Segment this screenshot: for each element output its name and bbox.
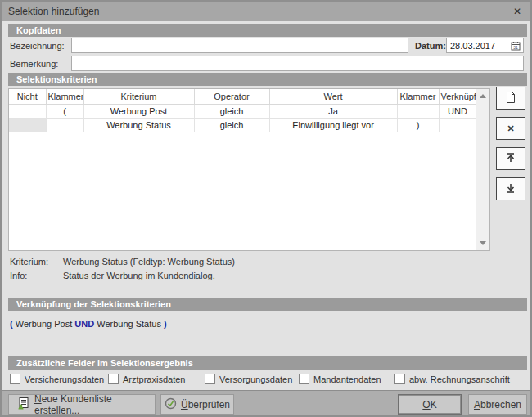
criteria-row[interactable]: ( Werbung Post gleich Ja UND: [9, 104, 476, 118]
scroll-up-icon[interactable]: [480, 94, 486, 98]
selektion-hinzufuegen-dialog: Selektion hinzufügen ✕ Kopfdaten Bezeich…: [0, 0, 532, 417]
datum-field[interactable]: 31: [446, 38, 524, 53]
col-verknuepfung[interactable]: Verknüpfung: [439, 89, 476, 104]
close-icon[interactable]: ✕: [511, 5, 524, 18]
col-nicht[interactable]: Nicht: [9, 89, 46, 104]
kriterium-info-value: Werbung Status (Feldtyp: Werbung Status): [63, 257, 235, 267]
col-klammer-open[interactable]: Klammer: [46, 89, 83, 104]
section-header-verknuepfung: Verknüpfung der Selektionskriterien: [8, 298, 527, 311]
checkbox-arztpraxisdaten[interactable]: Arztpraxisdaten: [108, 374, 185, 384]
ueberpruefen-button[interactable]: Überprüfen: [160, 394, 234, 415]
expression-operator: UND: [74, 319, 94, 329]
svg-text:31: 31: [513, 44, 518, 49]
customer-list-icon: [17, 397, 30, 412]
checkbox-versorgungsdaten[interactable]: Versorgungsdaten: [205, 374, 292, 384]
button-label: Überprüfen: [181, 399, 230, 410]
info-label: Info:: [10, 271, 27, 280]
cell-wert[interactable]: Ja: [269, 104, 397, 118]
col-klammer-close[interactable]: Klammer: [397, 89, 439, 104]
bezeichnung-input[interactable]: [71, 38, 408, 53]
neue-kundenliste-button[interactable]: Neue Kundenliste erstellen...: [8, 394, 156, 415]
footer-bar: Neue Kundenliste erstellen... Überprüfen…: [2, 390, 530, 415]
section-header-selektionskriterien: Selektionskriterien: [8, 73, 527, 86]
checkbox-versicherungsdaten[interactable]: Versicherungsdaten: [10, 374, 104, 384]
calendar-icon[interactable]: 31: [511, 41, 521, 51]
col-operator[interactable]: Operator: [194, 89, 269, 104]
section-header-kopfdaten: Kopfdaten: [8, 24, 527, 37]
criteria-row[interactable]: Werbung Status gleich Einwilligung liegt…: [9, 118, 476, 132]
arrow-up-icon: [505, 152, 516, 165]
cell-klammer-close[interactable]: ): [397, 118, 439, 132]
kriterium-info-row: Kriterium: Werbung Status (Feldtyp: Werb…: [10, 257, 48, 267]
section-title: Kopfdaten: [16, 25, 61, 35]
checkbox-box[interactable]: [205, 374, 215, 384]
criteria-table: Nicht Klammer Kriterium Operator Wert Kl…: [8, 88, 490, 251]
cell-nicht[interactable]: [9, 118, 46, 132]
arrow-down-icon: [505, 182, 516, 195]
section-title: Selektionskriterien: [16, 74, 97, 84]
col-wert[interactable]: Wert: [269, 89, 397, 104]
checkbox-label: Versorgungsdaten: [219, 374, 292, 384]
cell-operator[interactable]: gleich: [194, 118, 269, 132]
add-criterion-button[interactable]: [496, 87, 525, 110]
cell-verknuepfung[interactable]: UND: [439, 104, 476, 118]
checkbox-label: Versicherungsdaten: [25, 374, 104, 384]
info-row: Info: Status der Werbung im Kundendialog…: [10, 271, 27, 280]
cell-kriterium[interactable]: Werbung Status: [83, 118, 194, 132]
criteria-header-row: Nicht Klammer Kriterium Operator Wert Kl…: [9, 89, 476, 104]
datum-label: Datum:: [415, 41, 446, 51]
cell-klammer-open[interactable]: [46, 118, 83, 132]
checkbox-box[interactable]: [10, 374, 20, 384]
checkbox-box[interactable]: [394, 374, 405, 384]
button-label: Abbrechen: [474, 399, 521, 410]
bemerkung-input[interactable]: [71, 56, 524, 71]
checkbox-label: Arztpraxisdaten: [123, 374, 185, 384]
checkbox-box[interactable]: [299, 374, 309, 384]
paren-open: (: [10, 319, 13, 329]
scroll-down-icon[interactable]: [480, 241, 486, 245]
section-title: Zusätzliche Felder im Selektionsergebnis: [16, 358, 193, 368]
check-circle-icon: [165, 397, 177, 412]
move-up-button[interactable]: [496, 147, 525, 170]
kriterium-info-label: Kriterium:: [10, 257, 48, 267]
button-label: Neue Kundenliste erstellen...: [34, 393, 147, 416]
expression-part2: Werbung Status: [97, 319, 161, 329]
verknuepfung-expression: ( Werbung Post UND Werbung Status ): [10, 319, 167, 329]
bezeichnung-label: Bezeichnung:: [10, 41, 65, 51]
expression-part1: Werbung Post: [16, 319, 73, 329]
abbrechen-button[interactable]: Abbrechen: [468, 394, 527, 415]
checkbox-label: Mandantendaten: [313, 374, 381, 384]
datum-input[interactable]: [447, 38, 504, 52]
cell-klammer-close[interactable]: [397, 104, 439, 118]
checkbox-abw-rechnungsanschrift[interactable]: abw. Rechnungsanschrift: [394, 374, 510, 384]
ok-button[interactable]: OK: [398, 394, 462, 415]
table-scrollbar[interactable]: [476, 89, 489, 250]
cell-wert[interactable]: Einwilligung liegt vor: [269, 118, 397, 132]
button-label: OK: [422, 399, 436, 410]
checkbox-box[interactable]: [108, 374, 119, 384]
new-document-icon: [505, 91, 516, 105]
cell-verknuepfung[interactable]: [439, 118, 476, 132]
move-down-button[interactable]: [496, 177, 525, 200]
info-value: Status der Werbung im Kundendialog.: [63, 271, 215, 280]
cell-nicht[interactable]: [9, 104, 46, 118]
delete-criterion-button[interactable]: ✕: [496, 117, 525, 140]
checkbox-label: abw. Rechnungsanschrift: [409, 374, 510, 384]
title-bar: Selektion hinzufügen ✕: [2, 2, 530, 21]
delete-x-icon: ✕: [507, 123, 514, 134]
dialog-title: Selektion hinzufügen: [8, 6, 99, 17]
section-header-zusatzfelder: Zusätzliche Felder im Selektionsergebnis: [8, 356, 527, 370]
cell-operator[interactable]: gleich: [194, 104, 269, 118]
col-kriterium[interactable]: Kriterium: [83, 89, 194, 104]
section-title: Verknüpfung der Selektionskriterien: [16, 299, 171, 309]
cell-kriterium[interactable]: Werbung Post: [83, 104, 194, 118]
bemerkung-label: Bemerkung:: [10, 59, 58, 69]
checkbox-mandantendaten[interactable]: Mandantendaten: [299, 374, 381, 384]
paren-close: ): [164, 319, 167, 329]
cell-klammer-open[interactable]: (: [46, 104, 83, 118]
